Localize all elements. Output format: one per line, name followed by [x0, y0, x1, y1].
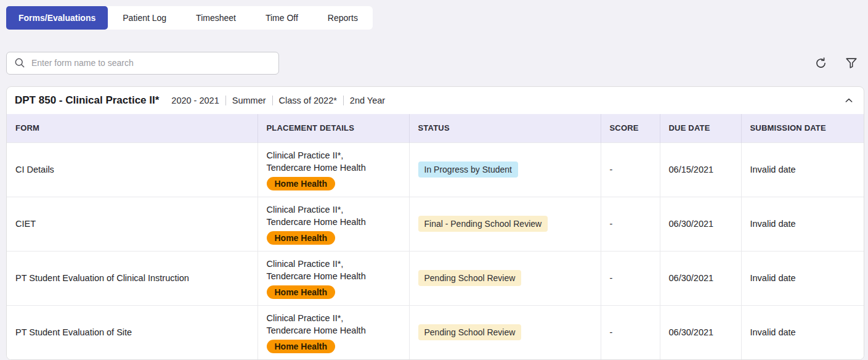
- main-tabbar: Forms/Evaluations Patient Log Timesheet …: [6, 6, 373, 30]
- form-name-cell: PT Student Evaluation of Site: [7, 305, 258, 359]
- form-name-cell: CI Details: [7, 142, 258, 197]
- score-cell: -: [601, 305, 660, 359]
- column-header-placement-details: PLACEMENT DETAILS: [258, 114, 409, 142]
- status-cell: In Progress by Student: [409, 142, 601, 197]
- table-header-row: FORM PLACEMENT DETAILS STATUS SCORE DUE …: [7, 114, 864, 142]
- tab-timesheet[interactable]: Timesheet: [181, 6, 251, 30]
- placement-line-1: Clinical Practice II*,: [267, 312, 400, 324]
- score-cell: -: [601, 197, 660, 251]
- placement-line-1: Clinical Practice II*,: [267, 203, 400, 216]
- due-date-cell: 06/30/2021: [660, 305, 741, 359]
- setting-tag: Home Health: [267, 340, 336, 353]
- search-input[interactable]: [6, 52, 279, 75]
- placement-details-cell: Clinical Practice II*, Tendercare Home H…: [258, 142, 409, 197]
- meta-student-year: 2nd Year: [343, 96, 391, 105]
- status-cell: Pending School Review: [409, 251, 601, 305]
- submission-date-cell: Invalid date: [741, 197, 864, 251]
- placement-details-cell: Clinical Practice II*, Tendercare Home H…: [258, 251, 409, 305]
- section-meta: 2020 - 2021 Summer Class of 2022* 2nd Ye…: [165, 96, 391, 105]
- submission-date-cell: Invalid date: [741, 251, 864, 305]
- placement-line-2: Tendercare Home Health: [267, 324, 400, 337]
- meta-term: Summer: [225, 96, 272, 105]
- chevron-up-icon: [844, 96, 854, 105]
- due-date-cell: 06/30/2021: [660, 251, 741, 305]
- table-row[interactable]: PT Student Evaluation of Site Clinical P…: [7, 305, 864, 359]
- status-cell: Final - Pending School Review: [409, 197, 601, 251]
- tab-reports[interactable]: Reports: [313, 6, 373, 30]
- table-row[interactable]: CI Details Clinical Practice II*, Tender…: [7, 142, 864, 197]
- due-date-cell: 06/30/2021: [660, 197, 741, 251]
- search-box: [6, 52, 279, 75]
- section-header-dpt850[interactable]: DPT 850 - Clinical Practice II* 2020 - 2…: [7, 87, 864, 114]
- meta-year: 2020 - 2021: [165, 96, 225, 105]
- submission-date-cell: Invalid date: [741, 305, 864, 359]
- table-row[interactable]: PT Student Evaluation of Clinical Instru…: [7, 251, 864, 305]
- forms-table: FORM PLACEMENT DETAILS STATUS SCORE DUE …: [7, 114, 864, 359]
- column-header-submission-date: SUBMISSION DATE: [741, 114, 864, 142]
- setting-tag: Home Health: [267, 231, 336, 245]
- column-header-form: FORM: [7, 114, 258, 142]
- column-header-status: STATUS: [409, 114, 601, 142]
- status-badge: Pending School Review: [418, 270, 522, 286]
- placement-line-2: Tendercare Home Health: [267, 162, 400, 174]
- status-badge: Pending School Review: [418, 324, 522, 340]
- collapse-section-control[interactable]: [844, 96, 854, 105]
- score-cell: -: [601, 142, 660, 197]
- status-badge: In Progress by Student: [418, 162, 518, 178]
- tab-forms-evaluations[interactable]: Forms/Evaluations: [6, 6, 108, 30]
- score-cell: -: [601, 251, 660, 305]
- placement-line-1: Clinical Practice II*,: [267, 258, 400, 270]
- search-icon: [14, 57, 26, 69]
- course-section-dpt850: DPT 850 - Clinical Practice II* 2020 - 2…: [6, 86, 864, 360]
- setting-tag: Home Health: [267, 285, 336, 299]
- refresh-icon: [814, 56, 828, 70]
- form-name-cell: CIET: [7, 197, 258, 251]
- status-badge: Final - Pending School Review: [418, 216, 548, 232]
- filter-icon: [845, 56, 858, 70]
- section-title: DPT 850 - Clinical Practice II*: [15, 94, 159, 107]
- refresh-button[interactable]: [813, 55, 829, 71]
- form-name-cell: PT Student Evaluation of Clinical Instru…: [7, 251, 258, 305]
- toolbar-icons: [813, 55, 862, 71]
- tab-patient-log[interactable]: Patient Log: [108, 6, 181, 30]
- meta-class: Class of 2022*: [272, 96, 343, 105]
- placement-details-cell: Clinical Practice II*, Tendercare Home H…: [258, 197, 409, 251]
- filter-button[interactable]: [843, 55, 859, 71]
- placement-line-2: Tendercare Home Health: [267, 216, 400, 228]
- placement-line-1: Clinical Practice II*,: [267, 149, 400, 162]
- table-row[interactable]: CIET Clinical Practice II*, Tendercare H…: [7, 197, 864, 251]
- placement-line-2: Tendercare Home Health: [267, 270, 400, 282]
- column-header-score: SCORE: [601, 114, 660, 142]
- due-date-cell: 06/15/2021: [660, 142, 741, 197]
- status-cell: Pending School Review: [409, 305, 601, 359]
- search-row: [6, 51, 862, 75]
- setting-tag: Home Health: [267, 177, 336, 190]
- placement-details-cell: Clinical Practice II*, Tendercare Home H…: [258, 305, 409, 359]
- submission-date-cell: Invalid date: [741, 142, 864, 197]
- column-header-due-date: DUE DATE: [660, 114, 741, 142]
- tab-time-off[interactable]: Time Off: [251, 6, 313, 30]
